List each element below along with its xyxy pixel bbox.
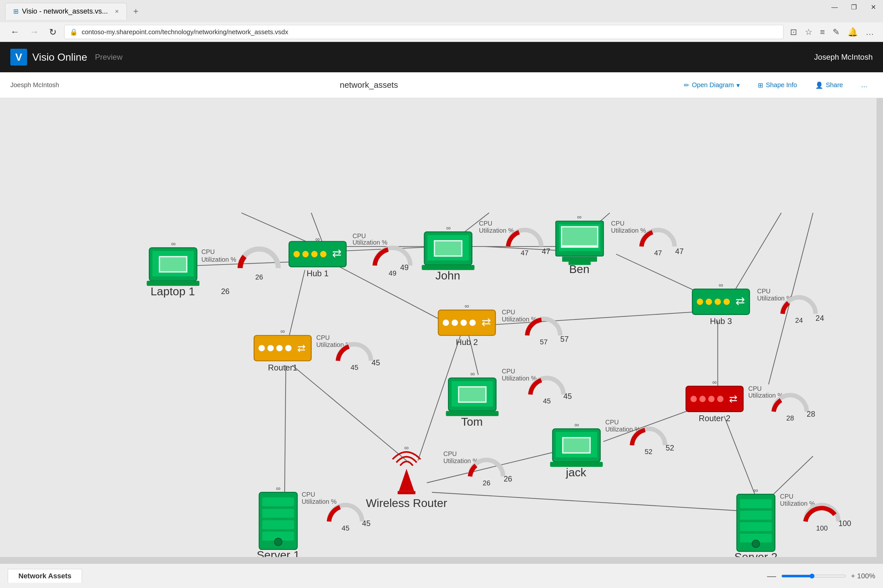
svg-rect-134 bbox=[564, 438, 590, 452]
reader-view-btn[interactable]: ⊡ bbox=[789, 26, 798, 38]
horizontal-scrollbar[interactable] bbox=[0, 557, 883, 564]
svg-point-39 bbox=[303, 251, 309, 258]
svg-point-155 bbox=[274, 538, 282, 546]
svg-text:26: 26 bbox=[255, 273, 263, 281]
svg-text:Utilization %: Utilization % bbox=[611, 227, 646, 234]
svg-point-99 bbox=[276, 345, 283, 351]
node-server2[interactable]: Server 2 ∞ bbox=[734, 487, 778, 564]
svg-text:Utilization %: Utilization % bbox=[201, 256, 236, 263]
svg-text:∞: ∞ bbox=[754, 487, 758, 494]
svg-point-73 bbox=[697, 298, 703, 305]
svg-text:Hub 3: Hub 3 bbox=[710, 316, 732, 326]
svg-rect-29 bbox=[160, 257, 186, 271]
node-server1[interactable]: Server 1 ∞ bbox=[256, 485, 300, 562]
svg-text:Hub 2: Hub 2 bbox=[456, 338, 478, 346]
svg-text:∞: ∞ bbox=[405, 444, 409, 451]
svg-text:Utilization %: Utilization % bbox=[352, 239, 387, 246]
svg-text:∞: ∞ bbox=[577, 213, 582, 220]
zoom-minus-btn[interactable]: — bbox=[767, 571, 776, 581]
svg-point-123 bbox=[717, 396, 724, 402]
refresh-btn[interactable]: ↻ bbox=[46, 26, 59, 39]
address-text: contoso-my.sharepoint.com/technology/net… bbox=[82, 28, 288, 36]
shape-info-icon: ⊞ bbox=[758, 81, 763, 89]
open-diagram-label: Open Diagram bbox=[692, 81, 734, 89]
hub-btn[interactable]: ≡ bbox=[819, 26, 826, 38]
svg-text:CPU: CPU bbox=[502, 368, 516, 375]
notes-btn[interactable]: ✎ bbox=[831, 26, 841, 38]
favorites-btn[interactable]: ☆ bbox=[804, 26, 814, 38]
diagram-svg: Laptop 1 CPU Utilization % ∞ 26 26 bbox=[0, 98, 877, 588]
share-btn[interactable]: 👤 Share bbox=[810, 79, 848, 92]
svg-text:CPU: CPU bbox=[444, 450, 457, 457]
svg-point-38 bbox=[293, 251, 300, 258]
sheet-tab[interactable]: Network Assets bbox=[8, 569, 82, 583]
svg-text:49: 49 bbox=[388, 269, 396, 277]
svg-point-75 bbox=[715, 298, 721, 305]
svg-rect-153 bbox=[262, 520, 294, 529]
svg-text:24: 24 bbox=[795, 316, 803, 324]
svg-text:Wireless Router: Wireless Router bbox=[366, 496, 447, 510]
svg-text:∞: ∞ bbox=[276, 485, 280, 492]
svg-point-86 bbox=[451, 320, 458, 326]
forward-btn[interactable]: → bbox=[27, 26, 41, 38]
svg-text:∞: ∞ bbox=[712, 378, 717, 386]
svg-text:47: 47 bbox=[675, 247, 684, 256]
minimize-btn[interactable]: — bbox=[825, 0, 844, 14]
back-btn[interactable]: ← bbox=[8, 26, 22, 38]
svg-rect-163 bbox=[740, 499, 772, 508]
svg-text:Router 2: Router 2 bbox=[699, 414, 730, 423]
svg-rect-52 bbox=[435, 242, 461, 255]
user-name: Joseph McIntosh bbox=[814, 52, 873, 62]
svg-text:Utilization %: Utilization % bbox=[302, 498, 337, 505]
svg-text:∞: ∞ bbox=[574, 421, 579, 428]
svg-text:45: 45 bbox=[543, 397, 551, 405]
bottom-bar: Network Assets — + 100% bbox=[0, 564, 883, 588]
tab-close-btn[interactable]: × bbox=[115, 8, 119, 15]
svg-rect-152 bbox=[262, 509, 294, 518]
svg-text:52: 52 bbox=[645, 448, 652, 456]
close-btn[interactable]: ✕ bbox=[864, 0, 883, 14]
share-icon: 👤 bbox=[815, 81, 823, 89]
maximize-btn[interactable]: ❐ bbox=[844, 0, 864, 14]
zoom-slider[interactable] bbox=[781, 573, 846, 579]
svg-text:28: 28 bbox=[786, 414, 794, 422]
svg-rect-63 bbox=[562, 228, 597, 245]
svg-text:100: 100 bbox=[816, 524, 828, 532]
vertical-scrollbar[interactable] bbox=[877, 98, 883, 564]
svg-text:⇄: ⇄ bbox=[736, 295, 745, 308]
new-tab-btn[interactable]: + bbox=[129, 5, 142, 18]
more-btn[interactable]: … bbox=[864, 26, 875, 38]
svg-text:CPU: CPU bbox=[479, 220, 492, 227]
svg-text:Utilization %: Utilization % bbox=[606, 426, 640, 433]
svg-point-100 bbox=[285, 345, 292, 351]
svg-text:⇄: ⇄ bbox=[332, 247, 342, 260]
toolbar-user: Joesph McIntosh bbox=[10, 81, 59, 89]
active-tab[interactable]: ⊞ Visio - network_assets.vs... × bbox=[5, 3, 127, 20]
svg-text:47: 47 bbox=[542, 247, 550, 256]
svg-text:26: 26 bbox=[504, 475, 512, 483]
visio-icon: V bbox=[10, 49, 27, 66]
lock-icon: 🔒 bbox=[70, 28, 78, 36]
svg-text:Laptop 1: Laptop 1 bbox=[150, 285, 195, 298]
svg-text:26: 26 bbox=[221, 287, 229, 296]
svg-text:CPU: CPU bbox=[316, 334, 330, 341]
shape-info-btn[interactable]: ⊞ Shape Info bbox=[753, 79, 802, 92]
open-diagram-btn[interactable]: ✏ Open Diagram ▾ bbox=[679, 79, 745, 92]
svg-text:John: John bbox=[435, 269, 460, 282]
svg-text:∞: ∞ bbox=[315, 236, 320, 243]
svg-rect-64 bbox=[562, 256, 597, 262]
svg-text:∞: ∞ bbox=[719, 281, 723, 288]
svg-text:45: 45 bbox=[372, 358, 380, 367]
svg-point-40 bbox=[311, 251, 318, 258]
svg-text:57: 57 bbox=[540, 338, 548, 346]
svg-point-76 bbox=[724, 298, 730, 305]
notifications-btn[interactable]: 🔔 bbox=[846, 26, 859, 38]
address-bar[interactable]: 🔒 contoso-my.sharepoint.com/technology/n… bbox=[64, 25, 784, 39]
toolbar-more-btn[interactable]: … bbox=[856, 79, 873, 92]
svg-text:⇄: ⇄ bbox=[297, 342, 306, 354]
svg-text:CPU: CPU bbox=[502, 309, 516, 316]
svg-point-41 bbox=[320, 251, 327, 258]
toolbar-diagram-title: network_assets bbox=[69, 80, 669, 90]
svg-point-121 bbox=[699, 396, 706, 402]
svg-text:49: 49 bbox=[400, 263, 409, 272]
